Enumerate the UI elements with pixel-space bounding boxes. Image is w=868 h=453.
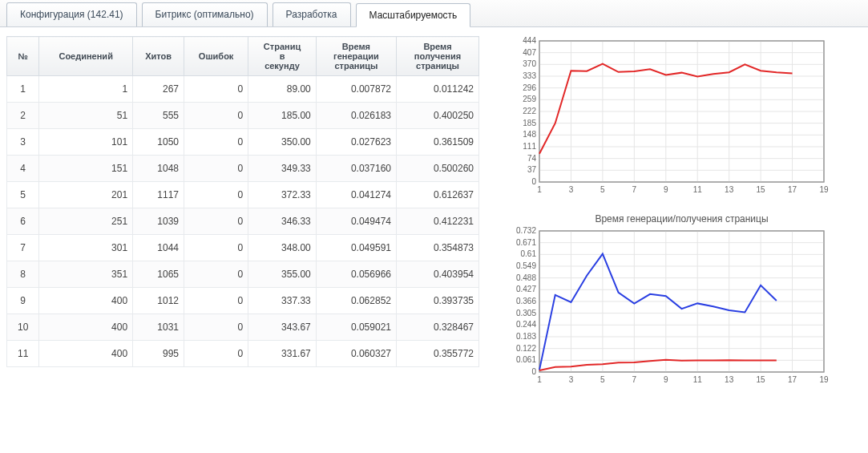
cell-n: 10 — [7, 314, 39, 341]
y-tick: 0.671 — [516, 238, 536, 247]
cell-n: 8 — [7, 261, 39, 288]
x-tick: 7 — [632, 375, 637, 384]
chart-container-0: 0377411114818522225929633337040744413579… — [503, 36, 860, 199]
table-row: 520111170372.330.0412740.612637 — [7, 182, 479, 208]
cell-recv: 0.500260 — [397, 156, 479, 182]
table-row: 114009950331.670.0603270.355772 — [7, 341, 479, 367]
x-tick: 11 — [693, 375, 703, 384]
cell-recv: 0.361509 — [397, 129, 479, 156]
cell-pps: 348.00 — [248, 235, 317, 261]
results-table-container: №СоединенийХитовОшибокСтраницвсекундуВре… — [6, 36, 479, 403]
table-row: 625110390346.330.0494740.412231 — [7, 208, 479, 235]
x-tick: 15 — [757, 185, 766, 194]
chart-title: Время генерации/получения страницы — [503, 213, 860, 224]
cell-gen: 0.027623 — [316, 129, 396, 156]
cell-pps: 343.67 — [248, 314, 317, 341]
table-header-row: №СоединенийХитовОшибокСтраницвсекундуВре… — [7, 37, 479, 76]
cell-recv: 0.354873 — [397, 235, 479, 261]
cell-n: 5 — [7, 182, 39, 208]
table-row: 310110500350.000.0276230.361509 — [7, 129, 479, 156]
col-hits[interactable]: Хитов — [133, 37, 184, 76]
table-row: 835110650355.000.0569660.403954 — [7, 261, 479, 288]
tab-bar: Конфигурация (142.41)Битрикс (оптимально… — [0, 0, 868, 27]
col-conn[interactable]: Соединений — [39, 37, 133, 76]
cell-err: 0 — [184, 288, 248, 314]
tab-1[interactable]: Битрикс (оптимально) — [142, 2, 268, 26]
table-row: 1040010310343.670.0590210.328467 — [7, 314, 479, 341]
cell-pps: 337.33 — [248, 288, 317, 314]
cell-pps: 372.33 — [248, 182, 317, 208]
x-tick: 1 — [537, 185, 542, 194]
cell-n: 2 — [7, 103, 39, 129]
y-tick: 37 — [527, 165, 537, 174]
cell-recv: 0.011242 — [397, 76, 479, 103]
cell-conn: 400 — [39, 288, 133, 314]
cell-conn: 351 — [39, 261, 133, 288]
y-tick: 0.305 — [516, 309, 536, 318]
x-tick: 3 — [569, 375, 574, 384]
cell-err: 0 — [184, 261, 248, 288]
y-tick: 0 — [531, 177, 536, 186]
table-row: 2515550185.000.0261830.400250 — [7, 103, 479, 129]
y-tick: 0.244 — [516, 320, 536, 329]
cell-conn: 301 — [39, 235, 133, 261]
tab-2[interactable]: Разработка — [273, 2, 351, 26]
cell-err: 0 — [184, 103, 248, 129]
cell-hits: 1117 — [133, 182, 184, 208]
x-tick: 17 — [788, 375, 797, 384]
chart: 00.0610.1220.1830.2440.3050.3660.4270.48… — [503, 226, 832, 386]
cell-gen: 0.049591 — [316, 235, 396, 261]
cell-recv: 0.612637 — [397, 182, 479, 208]
cell-gen: 0.049474 — [316, 208, 396, 235]
cell-pps: 331.67 — [248, 341, 317, 367]
chart-container-1: Время генерации/получения страницы00.061… — [503, 213, 860, 389]
y-tick: 0.061 — [516, 355, 536, 364]
y-tick: 0.549 — [516, 261, 536, 270]
cell-hits: 1044 — [133, 235, 184, 261]
cell-hits: 1039 — [133, 208, 184, 235]
cell-recv: 0.328467 — [397, 314, 479, 341]
x-tick: 19 — [819, 185, 829, 194]
cell-hits: 1050 — [133, 129, 184, 156]
cell-pps: 346.33 — [248, 208, 317, 235]
cell-err: 0 — [184, 129, 248, 156]
col-err[interactable]: Ошибок — [184, 37, 248, 76]
table-row: 730110440348.000.0495910.354873 — [7, 235, 479, 261]
cell-n: 6 — [7, 208, 39, 235]
cell-conn: 151 — [39, 156, 133, 182]
chart: 0377411114818522225929633337040744413579… — [503, 36, 832, 196]
col-gen[interactable]: Времягенерациистраницы — [316, 37, 396, 76]
y-tick: 148 — [523, 130, 536, 139]
tab-0[interactable]: Конфигурация (142.41) — [6, 2, 137, 26]
col-n[interactable]: № — [7, 37, 39, 76]
cell-recv: 0.403954 — [397, 261, 479, 288]
x-tick: 13 — [725, 375, 734, 384]
x-tick: 15 — [757, 375, 766, 384]
y-tick: 0.61 — [521, 249, 537, 258]
y-tick: 444 — [523, 36, 536, 45]
tab-3[interactable]: Масштабируемость — [356, 3, 471, 27]
cell-err: 0 — [184, 341, 248, 367]
cell-conn: 51 — [39, 103, 133, 129]
cell-n: 9 — [7, 288, 39, 314]
y-tick: 0.183 — [516, 332, 536, 341]
y-tick: 0.488 — [516, 273, 536, 282]
col-recv[interactable]: Времяполучениястраницы — [397, 37, 479, 76]
y-tick: 74 — [527, 154, 537, 163]
cell-gen: 0.037160 — [316, 156, 396, 182]
y-tick: 222 — [523, 107, 536, 115]
cell-hits: 1031 — [133, 314, 184, 341]
col-pps[interactable]: Страницвсекунду — [248, 37, 317, 76]
cell-pps: 350.00 — [248, 129, 317, 156]
cell-err: 0 — [184, 235, 248, 261]
x-tick: 9 — [664, 185, 668, 194]
table-row: 415110480349.330.0371600.500260 — [7, 156, 479, 182]
y-tick: 0.122 — [516, 344, 536, 353]
cell-conn: 1 — [39, 76, 133, 103]
charts-panel: 0377411114818522225929633337040744413579… — [479, 36, 868, 403]
table-row: 11267089.000.0078720.011242 — [7, 76, 479, 103]
cell-conn: 400 — [39, 341, 133, 367]
y-tick: 0.427 — [516, 285, 536, 293]
cell-hits: 1065 — [133, 261, 184, 288]
x-tick: 5 — [600, 375, 605, 384]
